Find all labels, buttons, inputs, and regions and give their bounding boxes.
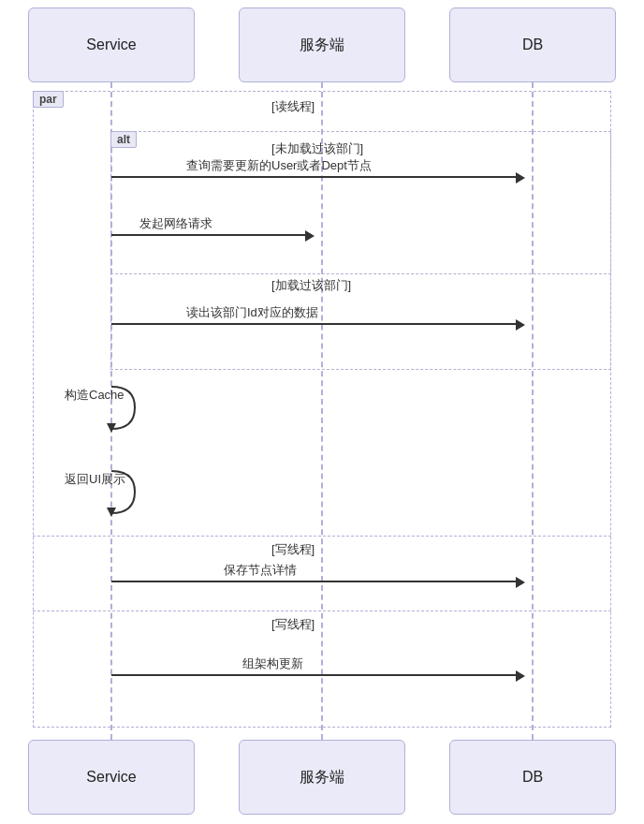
db-box-bot: DB: [449, 740, 616, 815]
service-box-bot: Service: [28, 740, 195, 815]
read-thread-label: [读线程]: [271, 98, 315, 115]
self-arrow-ui: 返回UI展示: [65, 466, 139, 518]
server-box-top: 服务端: [239, 7, 405, 82]
write-thread2-divider: [33, 611, 611, 611]
unloaded-label: [未加载过该部门]: [271, 140, 363, 157]
loaded-label: [加载过该部门]: [271, 277, 351, 294]
ui-label: 返回UI展示: [65, 471, 125, 488]
write-thread1-divider: [33, 536, 611, 537]
diagram-container: Service 服务端 DB Service 服务端 DB par [读线程] …: [0, 0, 644, 824]
service-box-top: Service: [28, 7, 195, 82]
alt-label: alt: [110, 131, 137, 148]
write-thread1-label: [写线程]: [271, 541, 315, 558]
par-label: par: [33, 91, 64, 108]
self-arrow-cache: 构造Cache: [65, 382, 139, 434]
write-thread2-label: [写线程]: [271, 616, 315, 633]
alt-divider: [110, 273, 611, 274]
db-box-top: DB: [449, 7, 616, 82]
server-box-bot: 服务端: [239, 740, 405, 815]
cache-label: 构造Cache: [65, 387, 124, 404]
